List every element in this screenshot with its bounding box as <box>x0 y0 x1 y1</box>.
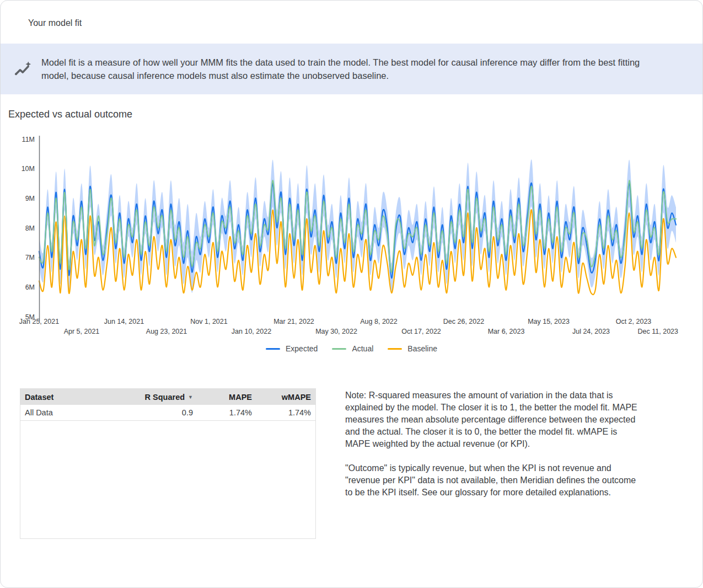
cell-r-squared: 0.9 <box>118 405 197 421</box>
y-tick-label: 11M <box>22 136 35 143</box>
legend-item-actual: Actual <box>332 344 373 353</box>
x-tick-label: Apr 5, 2021 <box>64 328 100 335</box>
trend-sparkle-icon <box>14 60 31 78</box>
x-tick-label: Jul 24, 2023 <box>572 328 610 335</box>
x-tick-label: Dec 11, 2023 <box>638 328 678 335</box>
y-tick-label: 8M <box>25 224 35 232</box>
x-tick-label: Jan 25, 2021 <box>19 318 59 325</box>
x-tick-label: Aug 23, 2021 <box>146 328 187 335</box>
y-tick-label: 7M <box>25 254 35 261</box>
page-title: Your model fit <box>28 18 82 28</box>
sort-descending-icon[interactable]: ▼ <box>188 394 193 400</box>
x-tick-label: Mar 6, 2023 <box>488 328 525 335</box>
info-banner-text: Model fit is a measure of how well your … <box>41 56 642 82</box>
table-header-row: Dataset R Squared▼ MAPE wMAPE <box>20 389 315 405</box>
chart-legend: Expected Actual Baseline <box>1 344 702 353</box>
legend-item-baseline: Baseline <box>388 344 437 353</box>
col-header-wmape[interactable]: wMAPE <box>256 389 315 405</box>
bottom-section: Dataset R Squared▼ MAPE wMAPE All Data 0… <box>20 388 702 539</box>
x-tick-label: Jun 14, 2021 <box>104 318 144 325</box>
y-tick-label: 10M <box>22 165 35 173</box>
info-banner: Model fit is a measure of how well your … <box>1 44 702 94</box>
legend-label-baseline: Baseline <box>407 344 437 353</box>
x-tick-label: Dec 26, 2022 <box>443 318 484 325</box>
legend-swatch-expected <box>266 348 280 350</box>
col-header-mape[interactable]: MAPE <box>197 389 256 405</box>
col-header-dataset[interactable]: Dataset <box>20 389 118 405</box>
legend-item-expected: Expected <box>266 344 318 353</box>
col-header-r-squared-label: R Squared <box>145 393 185 402</box>
y-tick-label: 9M <box>25 195 35 202</box>
legend-label-expected: Expected <box>286 344 318 353</box>
x-tick-label: Oct 2, 2023 <box>616 318 652 325</box>
col-header-r-squared[interactable]: R Squared▼ <box>118 389 197 405</box>
expected-vs-actual-chart[interactable]: 11M10M9M8M7M6M5MJan 25, 2021Apr 5, 2021J… <box>1 124 703 339</box>
x-tick-label: Jan 10, 2022 <box>232 328 271 335</box>
x-tick-label: Oct 17, 2022 <box>401 328 441 335</box>
cell-mape: 1.74% <box>197 405 256 421</box>
section-title: Expected vs actual outcome <box>8 109 702 120</box>
x-tick-label: Mar 21, 2022 <box>273 318 314 325</box>
y-tick-label: 6M <box>25 284 35 291</box>
legend-swatch-baseline <box>388 348 402 350</box>
note-paragraph-1: Note: R-squared measures the amount of v… <box>345 389 643 450</box>
model-fit-card: Your model fit Model fit is a measure of… <box>0 0 703 588</box>
page-header: Your model fit <box>1 1 702 44</box>
x-tick-label: May 15, 2023 <box>528 318 570 325</box>
note-paragraph-2: "Outcome" is typically revenue, but when… <box>345 462 643 499</box>
table-row: All Data 0.9 1.74% 1.74% <box>20 405 315 421</box>
legend-swatch-actual <box>332 348 346 350</box>
cell-wmape: 1.74% <box>256 405 315 421</box>
fit-metrics-table: Dataset R Squared▼ MAPE wMAPE All Data 0… <box>20 388 316 539</box>
legend-label-actual: Actual <box>352 344 373 353</box>
x-tick-label: Nov 1, 2021 <box>190 318 227 325</box>
cell-dataset: All Data <box>20 405 118 421</box>
x-tick-label: May 30, 2022 <box>315 328 357 335</box>
note-text: Note: R-squared measures the amount of v… <box>345 389 643 511</box>
x-tick-label: Aug 8, 2022 <box>360 318 397 325</box>
